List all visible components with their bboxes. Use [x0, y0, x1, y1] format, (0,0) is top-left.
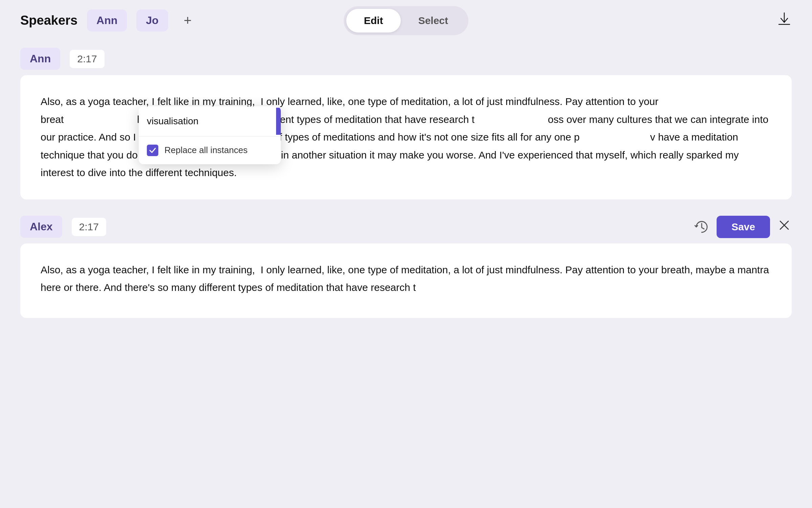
select-mode-button[interactable]: Select	[401, 9, 466, 33]
alex-speaker-label: Alex	[20, 216, 62, 238]
alex-segment: Alex 2:17 Save	[20, 216, 792, 318]
history-icon	[694, 219, 710, 235]
replace-all-checkbox[interactable]	[147, 145, 158, 156]
ann-segment-text-box: Also, as a yoga teacher, I felt like in …	[20, 75, 792, 199]
speaker-badge-ann[interactable]: Ann	[87, 9, 127, 31]
alex-segment-header: Alex 2:17 Save	[20, 216, 792, 238]
history-button[interactable]	[694, 219, 710, 235]
mode-toggle: Edit Select	[343, 6, 468, 35]
download-button[interactable]	[777, 12, 792, 30]
replace-all-label: Replace all instances	[164, 143, 248, 158]
close-button[interactable]	[777, 218, 792, 236]
save-button[interactable]: Save	[717, 216, 770, 238]
topbar: Speakers Ann Jo + Edit Select	[0, 0, 812, 41]
replace-input[interactable]	[139, 106, 276, 136]
ann-segment-time: 2:17	[70, 50, 104, 68]
checkbox-check-icon	[149, 147, 156, 154]
replace-popup: Replace all instances	[139, 106, 281, 164]
speaker-badge-jo[interactable]: Jo	[136, 9, 168, 31]
close-icon	[777, 218, 792, 233]
edit-mode-button[interactable]: Edit	[346, 9, 401, 33]
ann-segment-header: Ann 2:17	[20, 48, 792, 70]
replace-input-row	[139, 106, 281, 136]
add-speaker-button[interactable]: +	[178, 10, 198, 31]
replace-confirm-button[interactable]	[276, 108, 281, 135]
ann-speaker-label: Ann	[20, 48, 60, 70]
alex-segment-text-box[interactable]: Also, as a yoga teacher, I felt like in …	[20, 244, 792, 318]
alex-segment-time: 2:17	[72, 218, 106, 236]
speakers-label: Speakers	[20, 13, 77, 28]
replace-all-row[interactable]: Replace all instances	[139, 136, 281, 164]
download-icon	[777, 12, 792, 26]
content-area: Ann 2:17 Also, as a yoga teacher, I felt…	[0, 41, 812, 341]
ann-segment: Ann 2:17 Also, as a yoga teacher, I felt…	[20, 48, 792, 199]
alex-edit-actions: Save	[694, 216, 792, 238]
